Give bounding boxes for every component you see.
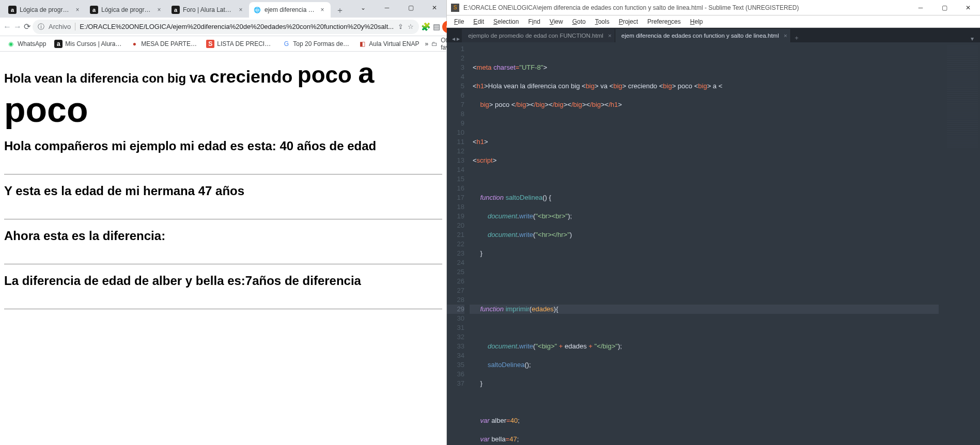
minimize-button[interactable]: ─ <box>375 0 399 15</box>
chrome-tab-3[interactable]: 🌐 ejem diferencia de edad × <box>249 2 331 18</box>
close-icon[interactable]: × <box>237 6 245 14</box>
sublime-window-controls: ─ ▢ ✕ <box>909 0 980 15</box>
maximize-button[interactable]: ▢ <box>399 0 423 15</box>
chrome-titlebar: a Lógica de programación × a Lógica de p… <box>0 0 446 18</box>
menu-preferences[interactable]: Preferences <box>643 17 685 26</box>
tab-title: Lógica de programación <box>20 6 70 13</box>
sublime-tab-0[interactable]: ejemplo de promedio de edad con FUNCTION… <box>462 29 615 42</box>
divider <box>4 264 442 264</box>
heading-hermana: Y esta es la edad de mi hermana 47 años <box>4 184 442 198</box>
big-part2: va <box>190 70 210 86</box>
menu-view[interactable]: View <box>546 17 567 26</box>
bookmark-enap[interactable]: ◧Aula Virtual ENAP <box>355 38 422 50</box>
bookmarks-more-button[interactable]: » <box>425 40 429 47</box>
close-icon[interactable]: × <box>318 6 326 14</box>
folder-icon: 🗀 <box>431 40 438 47</box>
g-icon: G <box>282 40 290 48</box>
forward-button[interactable]: → <box>13 20 22 34</box>
sublime-tab-1[interactable]: ejem diferencia de edades con function y… <box>615 29 791 42</box>
bookmark-label: LISTA DE PRECIOS S... <box>217 40 274 47</box>
chrome-toolbar: ← → ⟳ ⓘ Archivo E:/ORACLE%20ONE/LOGICA/e… <box>0 18 446 36</box>
sublime-tab-dropdown-button[interactable]: ▾ <box>967 35 978 42</box>
menu-file[interactable]: File <box>450 17 468 26</box>
bookmark-alura[interactable]: aMis Cursos | Alura L... <box>52 38 125 50</box>
heading-resultado: La diferencia de edad de alber y bella e… <box>4 274 442 288</box>
sublime-titlebar: S E:\ORACLE ONE\LOGICA\ejem diferencia d… <box>447 0 980 15</box>
bookmark-top20[interactable]: GTop 20 Formas de l... <box>279 38 352 50</box>
heading-edad: Hola compañeros mi ejemplo mi edad es es… <box>4 139 442 153</box>
chrome-tab-1[interactable]: a Lógica de programación × <box>86 2 167 18</box>
sublime-tab-label: ejem diferencia de edades con function y… <box>621 33 779 39</box>
sublime-new-tab-button[interactable]: ＋ <box>791 34 802 42</box>
minimap[interactable] <box>939 42 980 445</box>
close-button[interactable]: ✕ <box>423 0 446 15</box>
chrome-tab-0[interactable]: a Lógica de programación × <box>4 2 86 18</box>
tab-title: Lógica de programación <box>101 6 152 13</box>
favicon-globe-icon: 🌐 <box>253 6 261 14</box>
s-icon: S <box>206 40 214 48</box>
share-icon[interactable]: ⇪ <box>398 23 403 30</box>
menu-project[interactable]: Project <box>615 17 642 26</box>
file-icon: ⓘ <box>38 22 44 31</box>
big-part5: a <box>358 56 374 89</box>
bookmark-whatsapp[interactable]: ◉WhatsApp <box>4 38 49 50</box>
favicon-alura-icon: a <box>90 6 98 14</box>
heading-diferencia: Ahora esta es la diferencia: <box>4 229 442 243</box>
menu-goto[interactable]: Goto <box>568 17 590 26</box>
bookmarks-bar: ◉WhatsApp aMis Cursos | Alura L... ●MESA… <box>0 36 446 52</box>
reading-list-icon[interactable]: ▤ <box>433 20 440 34</box>
menu-find[interactable]: Find <box>524 17 544 26</box>
url-text: E:/ORACLE%20ONE/LOGICA/ejem%20diferencia… <box>80 23 394 30</box>
divider <box>4 174 442 174</box>
menu-tools[interactable]: Tools <box>591 17 614 26</box>
star-icon[interactable]: ☆ <box>408 23 414 30</box>
close-icon[interactable]: × <box>608 33 612 39</box>
address-bar[interactable]: ⓘ Archivo E:/ORACLE%20ONE/LOGICA/ejem%20… <box>33 20 419 34</box>
dot-icon: ● <box>130 40 138 48</box>
tab-title: Foro | Alura Latam - Cur <box>183 6 234 13</box>
chrome-tabsearch-button[interactable]: ⌄ <box>351 0 375 15</box>
heading-big-demo: Hola vean la diferencia con big va creci… <box>4 56 442 130</box>
bookmark-label: Aula Virtual ENAP <box>369 40 419 47</box>
menu-help[interactable]: Help <box>686 17 707 26</box>
code-area[interactable]: <meta charset="UTF-8"> <h1>Hola vean la … <box>470 42 939 445</box>
bookmark-label: MESA DE PARTES U... <box>141 40 198 47</box>
big-part3: creciendo <box>210 67 298 86</box>
archivo-label: Archivo <box>49 23 75 30</box>
sublime-menubar: File Edit Selection Find View Goto Tools… <box>447 15 980 28</box>
big-part6: poco <box>4 90 88 129</box>
extensions-icon[interactable]: 🧩 <box>421 20 431 34</box>
whatsapp-icon: ◉ <box>7 40 15 48</box>
new-tab-button[interactable]: ＋ <box>333 3 347 18</box>
close-icon[interactable]: × <box>73 6 82 14</box>
sublime-editor[interactable]: 1234567891011121314151617181920212223242… <box>447 42 980 445</box>
chrome-tab-2[interactable]: a Foro | Alura Latam - Cur × <box>167 2 249 18</box>
sublime-tab-label: ejemplo de promedio de edad con FUNCTION… <box>468 33 603 39</box>
tab-history-buttons[interactable]: ◂ ▸ <box>450 35 462 42</box>
close-icon[interactable]: × <box>155 6 163 14</box>
big-part4: poco <box>298 62 358 87</box>
divider <box>4 219 442 219</box>
chrome-window-controls: ⌄ ─ ▢ ✕ <box>351 0 446 15</box>
favicon-alura-icon: a <box>172 6 180 14</box>
tab-title: ejem diferencia de edad <box>265 6 315 13</box>
chrome-window: a Lógica de programación × a Lógica de p… <box>0 0 447 445</box>
menu-selection[interactable]: Selection <box>489 17 523 26</box>
maximize-button[interactable]: ▢ <box>932 0 956 15</box>
bookmark-lista[interactable]: SLISTA DE PRECIOS S... <box>204 38 276 50</box>
back-button[interactable]: ← <box>3 20 11 34</box>
menu-edit[interactable]: Edit <box>469 17 488 26</box>
close-button[interactable]: ✕ <box>956 0 980 15</box>
reload-button[interactable]: ⟳ <box>24 20 30 34</box>
line-gutter: 1234567891011121314151617181920212223242… <box>447 42 470 445</box>
sublime-title-text: E:\ORACLE ONE\LOGICA\ejem diferencia de … <box>463 4 976 11</box>
minimize-button[interactable]: ─ <box>909 0 932 15</box>
page-content: Hola vean la diferencia con big va creci… <box>0 52 446 445</box>
divider <box>4 309 442 309</box>
sublime-tabbar: ◂ ▸ ejemplo de promedio de edad con FUNC… <box>447 28 980 42</box>
close-icon[interactable]: × <box>784 33 787 39</box>
sublime-window: S E:\ORACLE ONE\LOGICA\ejem diferencia d… <box>447 0 980 445</box>
big-part1: Hola vean la diferencia con big <box>4 71 190 85</box>
bookmark-label: Mis Cursos | Alura L... <box>65 40 122 47</box>
bookmark-mesa[interactable]: ●MESA DE PARTES U... <box>128 38 200 50</box>
